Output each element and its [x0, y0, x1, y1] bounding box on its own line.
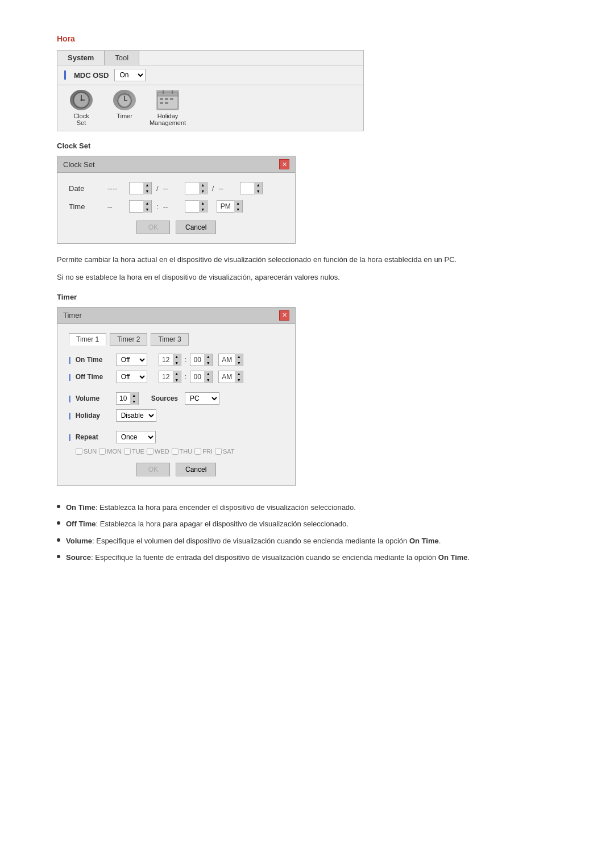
off-hour-spin[interactable]: 12 ▲ ▼	[159, 371, 181, 383]
date-spin1-btns[interactable]: ▲ ▼	[143, 182, 151, 194]
holiday-icon	[156, 90, 179, 110]
clock-set-cancel-button[interactable]: Cancel	[176, 221, 216, 234]
volume-up[interactable]: ▲	[130, 392, 138, 398]
ampm-down[interactable]: ▼	[234, 206, 242, 213]
date-spin2-btns[interactable]: ▲ ▼	[199, 182, 207, 194]
clock-set-section-label: Clock Set	[57, 142, 557, 150]
time-value1: --	[107, 202, 125, 211]
day-mon-checkbox[interactable]	[99, 448, 106, 455]
time-spin1[interactable]: ▲ ▼	[129, 200, 152, 213]
time-spin1-up[interactable]: ▲	[143, 200, 151, 206]
on-ampm-btns[interactable]: ▲ ▼	[235, 354, 243, 366]
day-thu-checkbox[interactable]	[172, 448, 179, 455]
clock-set-dialog: Clock Set ✕ Date ---- ▲ ▼ / --	[57, 156, 296, 244]
date-spin3-down[interactable]: ▼	[254, 188, 262, 194]
date-spin2[interactable]: ▲ ▼	[185, 182, 208, 194]
time-spin2[interactable]: ▲ ▼	[185, 200, 208, 213]
off-ampm-down[interactable]: ▼	[235, 377, 243, 383]
timer-ok-button[interactable]: OK	[136, 463, 170, 476]
volume-spin[interactable]: 10 ▲ ▼	[116, 392, 139, 405]
on-hour-btns[interactable]: ▲ ▼	[173, 354, 181, 366]
bullet-source-text: Source: Especifique la fuente de entrada…	[66, 552, 470, 563]
bullet-on-time: On Time: Establezca la hora para encende…	[57, 502, 523, 513]
on-hour-up[interactable]: ▲	[173, 354, 181, 360]
time-spin2-up[interactable]: ▲	[199, 200, 207, 206]
timer-tabs: Timer 1 Timer 2 Timer 3	[69, 333, 284, 346]
clock-set-heading: Clock Set	[57, 142, 90, 150]
day-wed-checkbox[interactable]	[147, 448, 154, 455]
date-spin1[interactable]: ▲ ▼	[129, 182, 152, 194]
on-hour-down[interactable]: ▼	[173, 360, 181, 366]
off-hour-up[interactable]: ▲	[173, 371, 181, 377]
timer-tab-1[interactable]: Timer 1	[69, 333, 106, 346]
on-min-btns[interactable]: ▲ ▼	[204, 354, 212, 366]
volume-down[interactable]: ▼	[130, 398, 138, 405]
ampm-up[interactable]: ▲	[234, 200, 242, 206]
holiday-icon-item[interactable]: HolidayManagement	[151, 90, 185, 126]
on-time-indicator: |	[69, 355, 71, 364]
on-hour-spin[interactable]: 12 ▲ ▼	[159, 354, 181, 366]
holiday-select[interactable]: Disable Enable	[116, 409, 156, 422]
svg-rect-14	[165, 98, 168, 100]
off-ampm-btns[interactable]: ▲ ▼	[235, 371, 243, 383]
on-ampm-spin[interactable]: AM ▲ ▼	[218, 354, 243, 366]
on-time-row: | On Time Off On 12 ▲ ▼ : 00	[69, 354, 284, 366]
off-hour-down[interactable]: ▼	[173, 377, 181, 383]
bullet-on-time-text: On Time: Establezca la hora para encende…	[66, 502, 356, 513]
off-min-btns[interactable]: ▲ ▼	[204, 371, 212, 383]
clock-set-ok-button[interactable]: OK	[136, 221, 170, 234]
on-min-up[interactable]: ▲	[204, 354, 212, 360]
off-min-down[interactable]: ▼	[204, 377, 212, 383]
mdc-osd-select[interactable]: On Off	[114, 69, 146, 81]
day-sat-checkbox[interactable]	[215, 448, 222, 455]
clock-set-icon-item[interactable]: ClockSet	[64, 90, 98, 126]
off-min-up[interactable]: ▲	[204, 371, 212, 377]
tab-tool[interactable]: Tool	[105, 51, 139, 65]
off-ampm-up[interactable]: ▲	[235, 371, 243, 377]
day-sun-checkbox[interactable]	[76, 448, 82, 455]
on-ampm-down[interactable]: ▼	[235, 360, 243, 366]
off-hour-btns[interactable]: ▲ ▼	[173, 371, 181, 383]
ampm-spin[interactable]: PM ▲ ▼	[217, 200, 243, 213]
clock-set-close-button[interactable]: ✕	[279, 159, 289, 169]
on-time-label: On Time	[76, 356, 113, 364]
timer-tab-3[interactable]: Timer 3	[151, 333, 188, 346]
off-min-spin[interactable]: 00 ▲ ▼	[190, 371, 213, 383]
sources-select[interactable]: PC HDMI AV	[185, 392, 219, 405]
on-min-spin[interactable]: 00 ▲ ▼	[190, 354, 213, 366]
repeat-select[interactable]: Once Daily Weekly	[116, 431, 156, 443]
timer-tab-2[interactable]: Timer 2	[110, 333, 147, 346]
ampm-btns[interactable]: ▲ ▼	[234, 200, 242, 213]
timer-cancel-button[interactable]: Cancel	[176, 463, 216, 476]
date-spin1-down[interactable]: ▼	[143, 188, 151, 194]
bullet-dot-2	[57, 521, 60, 525]
tab-system[interactable]: System	[57, 51, 105, 65]
time-spin2-btns[interactable]: ▲ ▼	[199, 200, 207, 213]
date-spin1-up[interactable]: ▲	[143, 182, 151, 188]
on-time-select[interactable]: Off On	[116, 354, 147, 366]
day-tue-checkbox[interactable]	[124, 448, 131, 455]
timer-close-button[interactable]: ✕	[279, 310, 289, 321]
on-ampm-value: AM	[219, 356, 235, 364]
off-time-select[interactable]: Off On	[116, 371, 147, 383]
date-spin2-up[interactable]: ▲	[199, 182, 207, 188]
time-spin1-down[interactable]: ▼	[143, 206, 151, 213]
date-spin3[interactable]: ▲ ▼	[240, 182, 263, 194]
bullet-off-time: Off Time: Establezca la hora para apagar…	[57, 518, 523, 530]
off-min-value: 00	[190, 373, 204, 381]
date-spin3-btns[interactable]: ▲ ▼	[254, 182, 262, 194]
bullet-volume-label: Volume	[66, 537, 92, 545]
day-fri-checkbox[interactable]	[194, 448, 201, 455]
timer-icon-item[interactable]: Timer	[107, 90, 142, 119]
time-spin1-btns[interactable]: ▲ ▼	[143, 200, 151, 213]
on-min-down[interactable]: ▼	[204, 360, 212, 366]
timer-svg	[115, 91, 134, 109]
date-spin2-down[interactable]: ▼	[199, 188, 207, 194]
date-spin3-up[interactable]: ▲	[254, 182, 262, 188]
time-spin2-down[interactable]: ▼	[199, 206, 207, 213]
date-value1: ----	[107, 184, 125, 193]
volume-btns[interactable]: ▲ ▼	[130, 392, 138, 405]
on-ampm-up[interactable]: ▲	[235, 354, 243, 360]
off-ampm-spin[interactable]: AM ▲ ▼	[218, 371, 243, 383]
time-row: Time -- ▲ ▼ : -- ▲ ▼	[69, 200, 284, 213]
